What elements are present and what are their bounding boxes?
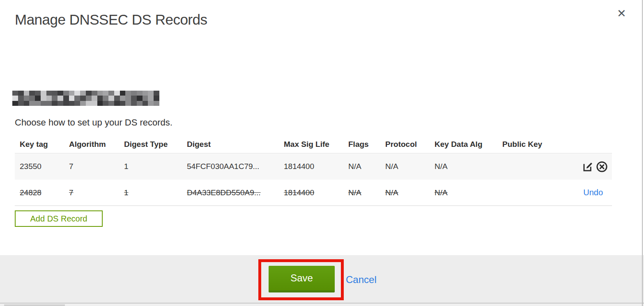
- header-flags: Flags: [343, 140, 380, 149]
- redacted-domain-text: [12, 91, 159, 106]
- cell-key-data-alg: N/A: [430, 188, 497, 197]
- undo-link[interactable]: Undo: [583, 188, 608, 197]
- add-ds-record-button[interactable]: Add DS Record: [15, 210, 103, 227]
- dialog-title: Manage DNSSEC DS Records: [15, 11, 207, 28]
- cancel-link[interactable]: Cancel: [346, 274, 377, 285]
- save-button[interactable]: Save: [269, 266, 335, 292]
- cell-max-sig-life: 1814400: [279, 188, 343, 197]
- table-row-existing: 23550 7 1 54FCF030AA1C79... 1814400 N/A …: [15, 153, 612, 180]
- cell-algorithm: 7: [64, 162, 119, 171]
- header-max-sig-life: Max Sig Life: [279, 140, 343, 149]
- header-key-data-alg: Key Data Alg: [430, 140, 497, 149]
- cell-max-sig-life: 1814400: [279, 162, 343, 171]
- header-digest-type: Digest Type: [119, 140, 182, 149]
- row-actions: Undo: [575, 188, 612, 197]
- table-row-deleted: 24828 7 1 D4A33E8DD550A9... 1814400 N/A …: [15, 180, 612, 206]
- cell-flags: N/A: [343, 162, 380, 171]
- cell-key-tag: 24828: [15, 188, 64, 197]
- header-algorithm: Algorithm: [64, 140, 119, 149]
- delete-icon[interactable]: [596, 160, 608, 173]
- cell-protocol: N/A: [380, 162, 430, 171]
- cell-key-data-alg: N/A: [430, 162, 497, 171]
- table-header-row: Key tag Algorithm Digest Type Digest Max…: [15, 135, 612, 153]
- cell-digest: 54FCF030AA1C79...: [182, 162, 279, 171]
- header-protocol: Protocol: [380, 140, 430, 149]
- close-icon[interactable]: ✕: [617, 8, 626, 19]
- cell-protocol: N/A: [380, 188, 430, 197]
- manage-dnssec-dialog: Manage DNSSEC DS Records ✕ Choose how to…: [0, 0, 644, 306]
- ds-records-table: Key tag Algorithm Digest Type Digest Max…: [15, 135, 612, 206]
- cell-digest-type: 1: [119, 188, 182, 197]
- cell-key-tag: 23550: [15, 162, 64, 171]
- edit-icon[interactable]: [582, 160, 594, 173]
- cell-algorithm: 7: [64, 188, 119, 197]
- cell-digest-type: 1: [119, 162, 182, 171]
- cell-flags: N/A: [343, 188, 380, 197]
- header-key-tag: Key tag: [15, 140, 64, 149]
- page-behind-dialog: [0, 304, 644, 306]
- header-digest: Digest: [182, 140, 279, 149]
- instruction-text: Choose how to set up your DS records.: [15, 117, 172, 128]
- cell-digest: D4A33E8DD550A9...: [182, 188, 279, 197]
- page-behind-content: [4, 304, 65, 306]
- dialog-right-edge: [642, 0, 643, 306]
- row-actions: [575, 160, 612, 173]
- header-public-key: Public Key: [497, 140, 575, 149]
